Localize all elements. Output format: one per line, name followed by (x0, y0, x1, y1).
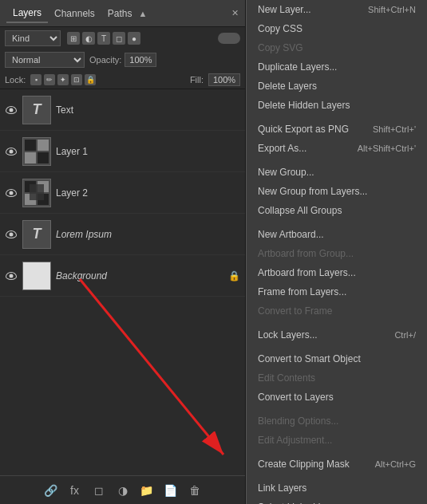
link-layers-icon[interactable]: 🔗 (43, 482, 59, 498)
visibility-layer2[interactable] (5, 187, 18, 199)
menu-item-label: Convert to Smart Object (258, 353, 361, 364)
menu-item-new-layer-[interactable]: New Layer...Shift+Ctrl+N (247, 0, 427, 19)
menu-item-label: Artboard from Group... (258, 248, 354, 259)
menu-item-link-layers[interactable]: Link Layers (247, 478, 427, 498)
menu-item-label: Artboard from Layers... (258, 267, 356, 278)
adjustment-filter-icon[interactable]: ◐ (82, 32, 95, 45)
layers-list: T Text Layer 1 (0, 89, 245, 475)
menu-item-label: New Group from Layers... (258, 186, 367, 197)
menu-item-new-group-from-layers-[interactable]: New Group from Layers... (247, 182, 427, 201)
thumb-text: T (22, 96, 51, 124)
layer-name-layer2: Layer 2 (56, 187, 240, 199)
lock-artboard-icon[interactable]: ⊡ (71, 74, 82, 85)
layer-name-background: Background (56, 270, 223, 282)
lock-move-icon[interactable]: ✦ (57, 74, 69, 85)
menu-item-label: Duplicate Layers... (258, 61, 337, 73)
menu-item-convert-to-layers[interactable]: Convert to Layers (247, 388, 427, 407)
menu-item-label: Convert to Frame (258, 305, 332, 317)
layer-item-layer1[interactable]: Layer 1 (0, 131, 245, 172)
menu-item-label: Copy SVG (258, 42, 303, 53)
lock-paint-icon[interactable]: ✏ (44, 74, 55, 85)
new-layer-icon[interactable]: 📄 (163, 482, 179, 498)
visibility-lorem[interactable] (5, 228, 18, 241)
menu-item-label: Lock Layers... (258, 329, 318, 341)
thumb-background (22, 262, 51, 290)
menu-item-convert-to-smart-object[interactable]: Convert to Smart Object (247, 349, 427, 368)
menu-item-shortcut: Shift+Ctrl+' (373, 124, 416, 134)
menu-item-blending-options-: Blending Options... (247, 411, 427, 431)
layer-item-background[interactable]: Background 🔒 (0, 255, 245, 297)
menu-item-label: Quick Export as PNG (258, 124, 349, 135)
menu-item-new-group-[interactable]: New Group... (247, 163, 427, 182)
menu-item-export-as-[interactable]: Export As...Alt+Shift+Ctrl+' (247, 139, 427, 158)
lock-transparency-icon[interactable]: ▪ (30, 74, 42, 85)
eye-icon-text (6, 106, 17, 114)
menu-item-edit-contents: Edit Contents (247, 368, 427, 388)
menu-item-label: Delete Layers (258, 81, 317, 92)
menu-item-artboard-from-layers-[interactable]: Artboard from Layers... (247, 263, 427, 282)
pixel-filter-icon[interactable]: ⊞ (67, 32, 80, 45)
svg-rect-3 (38, 140, 49, 151)
menu-item-frame-from-layers-[interactable]: Frame from Layers... (247, 282, 427, 301)
menu-item-delete-layers[interactable]: Delete Layers (247, 77, 427, 96)
blend-mode-select[interactable]: Normal (5, 52, 85, 68)
panel-tabs: Layers Channels Paths ▲ ✕ (0, 0, 245, 27)
smart-filter-icon[interactable]: ● (128, 32, 140, 45)
menu-item-shortcut: Ctrl+/ (394, 330, 416, 340)
new-group-icon[interactable]: 📁 (139, 482, 155, 498)
add-mask-icon[interactable]: ◻ (91, 482, 107, 498)
menu-item-new-artboard-[interactable]: New Artboard... (247, 225, 427, 244)
eye-icon-layer2 (6, 189, 17, 197)
kind-select[interactable]: Kind (5, 30, 61, 46)
menu-item-label: New Layer... (258, 4, 311, 15)
layer-item-lorem[interactable]: T Lorem Ipsum (0, 214, 245, 255)
layer-name-text: Text (56, 104, 240, 116)
tab-channels[interactable]: Channels (48, 5, 101, 22)
menu-item-label: New Group... (258, 167, 314, 178)
svg-rect-4 (25, 152, 36, 163)
menu-item-shortcut: Shift+Ctrl+N (368, 5, 416, 14)
shape-filter-icon[interactable]: ◻ (113, 32, 125, 45)
menu-item-lock-layers-[interactable]: Lock Layers...Ctrl+/ (247, 325, 427, 345)
menu-item-label: New Artboard... (258, 229, 324, 240)
visibility-layer1[interactable] (5, 145, 18, 158)
menu-item-label: Link Layers (258, 482, 306, 494)
menu-item-duplicate-layers-[interactable]: Duplicate Layers... (247, 57, 427, 77)
filter-row: Kind ⊞ ◐ T ◻ ● (0, 27, 245, 49)
menu-item-shortcut: Alt+Shift+Ctrl+' (358, 144, 416, 153)
lock-row: Lock: ▪ ✏ ✦ ⊡ 🔒 Fill: 100% (0, 70, 245, 89)
menu-item-delete-hidden-layers[interactable]: Delete Hidden Layers (247, 96, 427, 115)
tab-paths[interactable]: Paths (101, 5, 139, 22)
visibility-background[interactable] (5, 270, 18, 282)
menu-item-create-clipping-mask[interactable]: Create Clipping MaskAlt+Ctrl+G (247, 455, 427, 474)
menu-item-copy-css[interactable]: Copy CSS (247, 19, 427, 38)
visibility-text[interactable] (5, 104, 18, 116)
type-filter-icon[interactable]: T (97, 32, 110, 45)
layer-item-layer2[interactable]: Layer 2 (0, 172, 245, 214)
tab-layers[interactable]: Layers (6, 4, 48, 23)
menu-item-shortcut: Alt+Ctrl+G (375, 459, 416, 469)
adjustment-layer-icon[interactable]: ◑ (115, 482, 131, 498)
menu-item-label: Copy CSS (258, 23, 302, 34)
menu-item-artboard-from-group-: Artboard from Group... (247, 244, 427, 263)
close-panel-button[interactable]: ✕ (231, 8, 239, 18)
opacity-label: Opacity: (89, 55, 121, 65)
add-effects-icon[interactable]: fx (67, 482, 83, 498)
layer-item-text[interactable]: T Text (0, 89, 245, 131)
menu-item-quick-export-as-png[interactable]: Quick Export as PNGShift+Ctrl+' (247, 120, 427, 139)
menu-item-select-linked-layers[interactable]: Select Linked Layers (247, 498, 427, 504)
collapse-button[interactable]: ▲ (138, 9, 147, 18)
filter-toggle[interactable] (218, 33, 240, 44)
menu-item-collapse-all-groups[interactable]: Collapse All Groups (247, 201, 427, 220)
eye-icon-lorem (6, 230, 17, 238)
menu-item-label: Create Clipping Mask (258, 459, 350, 470)
opacity-input[interactable]: 100% (125, 53, 156, 67)
fill-label: Fill: (190, 75, 204, 85)
menu-item-label: Export As... (258, 143, 306, 154)
layers-panel: Layers Channels Paths ▲ ✕ Kind ⊞ ◐ T ◻ ●… (0, 0, 246, 504)
blend-row: Normal Opacity: 100% (0, 49, 245, 70)
fill-input[interactable]: 100% (208, 73, 240, 86)
svg-rect-1 (25, 140, 36, 151)
lock-all-icon[interactable]: 🔒 (85, 74, 96, 85)
delete-layer-icon[interactable]: 🗑 (187, 482, 203, 498)
